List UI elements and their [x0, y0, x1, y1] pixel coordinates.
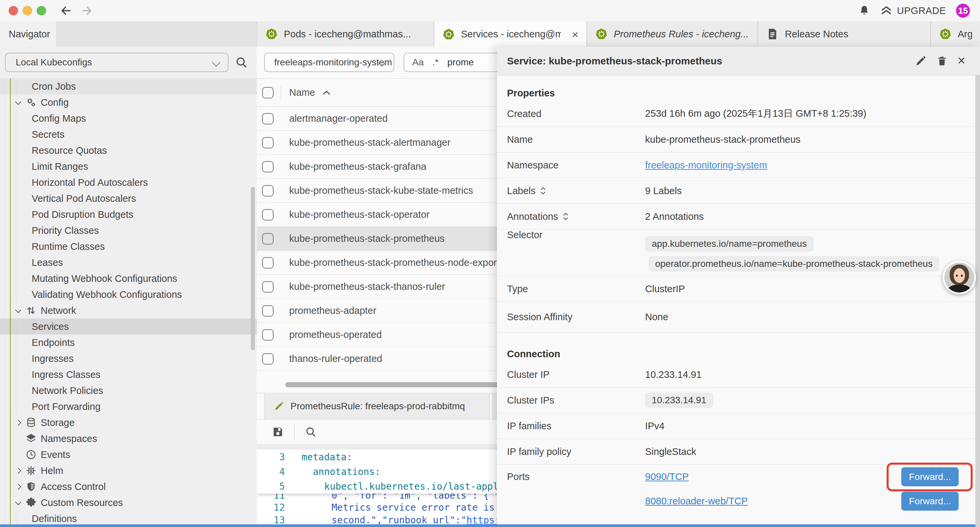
port-link[interactable]: 9090/TCP	[645, 471, 689, 482]
sidebar-item-config[interactable]: Config	[0, 94, 257, 110]
edit-pencil-icon[interactable]	[915, 56, 926, 67]
upgrade-button[interactable]: UPGRADE	[880, 5, 946, 17]
port-link[interactable]: 8080:reloader-web/TCP	[645, 496, 748, 507]
row-checkbox[interactable]	[262, 161, 274, 172]
editor-search-icon[interactable]	[305, 426, 317, 438]
row-checkbox[interactable]	[262, 209, 274, 220]
row-checkbox[interactable]	[262, 281, 274, 293]
sidebar-item-pod-disruption-budgets[interactable]: Pod Disruption Budgets	[0, 207, 257, 223]
sidebar-scrollbar[interactable]	[251, 187, 255, 350]
sidebar-item-validating-webhook-configurations[interactable]: Validating Webhook Configurations	[0, 287, 257, 303]
row-checkbox[interactable]	[262, 329, 274, 341]
select-all-checkbox[interactable]	[262, 87, 274, 99]
chevron-right-icon[interactable]	[15, 467, 22, 474]
notification-count-badge[interactable]: 15	[956, 4, 970, 18]
back-icon[interactable]	[60, 5, 72, 17]
close-window-button[interactable]	[9, 6, 18, 15]
row-checkbox[interactable]	[262, 257, 274, 269]
sidebar-item-label: Definitions	[32, 513, 77, 524]
sidebar-item-custom-resources[interactable]: Custom Resources	[0, 495, 257, 511]
sidebar-item-runtime-classes[interactable]: Runtime Classes	[0, 239, 257, 255]
notifications-bell-icon[interactable]	[858, 5, 870, 17]
section-heading-properties: Properties	[497, 75, 975, 101]
sidebar-item-namespaces[interactable]: Namespaces	[0, 431, 257, 447]
upgrade-label: UPGRADE	[897, 5, 946, 16]
sidebar-item-storage[interactable]: Storage	[0, 415, 257, 431]
detail-label-text: Cluster IP	[507, 369, 549, 380]
regex-toggle[interactable]: .*	[432, 57, 439, 68]
selector-chips: app.kubernetes.io/name=prometheusoperato…	[645, 229, 939, 272]
sidebar-item-ingress-classes[interactable]: Ingress Classes	[0, 366, 257, 382]
sidebar-item-limit-ranges[interactable]: Limit Ranges	[0, 158, 257, 174]
line-number: 13	[257, 515, 291, 525]
sidebar-search-icon[interactable]	[234, 56, 248, 69]
row-checkbox[interactable]	[262, 185, 274, 196]
sidebar-item-mutating-webhook-configurations[interactable]: Mutating Webhook Configurations	[0, 271, 257, 287]
namespace-link[interactable]: freeleaps-monitoring-system	[645, 160, 767, 171]
service-name: kube-prometheus-stack-prometheus	[289, 233, 445, 244]
sidebar-item-resource-quotas[interactable]: Resource Quotas	[0, 142, 257, 158]
sidebar-item-helm[interactable]: Helm	[0, 463, 257, 479]
row-checkbox[interactable]	[262, 113, 274, 124]
sidebar-item-priority-classes[interactable]: Priority Classes	[0, 223, 257, 239]
detail-row-ip-family-policy: IP family policySingleStack	[497, 439, 975, 465]
chevron-down-icon[interactable]	[15, 99, 22, 106]
row-checkbox[interactable]	[262, 353, 274, 365]
zoom-window-button[interactable]	[37, 6, 46, 15]
tab-prometheus-rules-icecheng[interactable]: Prometheus Rules - icecheng...	[587, 21, 758, 47]
app-window: UPGRADE 15 Navigator Pods - icecheng@mat…	[0, 0, 980, 527]
sidebar-item-cron-jobs[interactable]: Cron Jobs	[0, 78, 257, 94]
detail-value: 2 Annotations	[645, 211, 704, 222]
detail-label-text: Cluster IPs	[507, 395, 554, 406]
save-icon[interactable]	[272, 426, 284, 438]
sidebar-item-port-forwarding[interactable]: Port Forwarding	[0, 399, 257, 415]
sidebar-item-leases[interactable]: Leases	[0, 255, 257, 271]
avatar[interactable]	[943, 261, 976, 294]
sidebar-item-access-control[interactable]: Access Control	[0, 479, 257, 495]
close-icon[interactable]: ×	[958, 54, 965, 67]
name-column-header[interactable]: Name	[289, 87, 315, 98]
tab-navigator[interactable]: Navigator	[0, 21, 56, 47]
sidebar-item-network[interactable]: Network	[0, 303, 257, 318]
chevron-down-icon[interactable]	[15, 307, 22, 314]
horizontal-scrollbar[interactable]	[285, 382, 515, 387]
gears-icon	[25, 97, 37, 108]
detail-label-text: Labels	[507, 185, 535, 196]
row-checkbox[interactable]	[262, 137, 274, 148]
chevron-down-icon[interactable]	[15, 499, 22, 506]
sidebar-item-events[interactable]: Events	[0, 447, 257, 463]
editor-tab-prometheusrule-freeleaps-prod-rabbitmq[interactable]: PrometheusRule: freeleaps-prod-rabbitmq	[264, 393, 490, 419]
namespace-filter-select[interactable]: freeleaps-monitoring-system	[264, 53, 394, 72]
tab-release-notes[interactable]: Release Notes	[758, 21, 931, 47]
close-icon[interactable]: ×	[572, 29, 578, 40]
sidebar-item-horizontal-pod-autoscalers[interactable]: Horizontal Pod Autoscalers	[0, 174, 257, 191]
tab-label: Pods - icecheng@mathmas...	[284, 29, 411, 40]
sidebar-item-services[interactable]: Services	[0, 318, 257, 334]
chevron-right-icon[interactable]	[15, 483, 22, 490]
row-checkbox[interactable]	[262, 305, 274, 317]
kubernetes-icon	[939, 28, 951, 40]
sidebar-item-network-policies[interactable]: Network Policies	[0, 382, 257, 399]
panel-scrollbar[interactable]	[975, 75, 980, 527]
sidebar-item-label: Secrets	[32, 129, 64, 140]
forward-icon[interactable]	[81, 5, 93, 17]
match-case-toggle[interactable]: Aa	[412, 57, 424, 68]
sidebar-item-vertical-pod-autoscalers[interactable]: Vertical Pod Autoscalers	[0, 191, 257, 207]
minimize-window-button[interactable]	[23, 6, 32, 15]
chevron-right-icon[interactable]	[15, 419, 22, 426]
tab-argo-se[interactable]: Argo Se	[931, 21, 980, 47]
namespace-filter-value: freeleaps-monitoring-system	[274, 57, 392, 68]
sidebar-item-config-maps[interactable]: Config Maps	[0, 110, 257, 126]
forward-button[interactable]: Forward...	[901, 467, 959, 486]
forward-button[interactable]: Forward...	[901, 492, 959, 511]
sidebar-item-secrets[interactable]: Secrets	[0, 126, 257, 142]
selector-chip: app.kubernetes.io/name=prometheus	[645, 236, 813, 252]
tab-pods-icecheng-mathmas[interactable]: Pods - icecheng@mathmas...	[257, 21, 434, 47]
delete-trash-icon[interactable]	[936, 56, 948, 67]
tab-services-icecheng-math[interactable]: Services - icecheng@math...×	[434, 21, 587, 47]
sort-ascending-icon[interactable]	[322, 90, 331, 96]
sidebar-item-endpoints[interactable]: Endpoints	[0, 334, 257, 350]
kubeconfig-selector[interactable]: Local Kubeconfigs	[5, 53, 229, 72]
row-checkbox[interactable]	[262, 233, 274, 245]
sidebar-item-ingresses[interactable]: Ingresses	[0, 350, 257, 366]
